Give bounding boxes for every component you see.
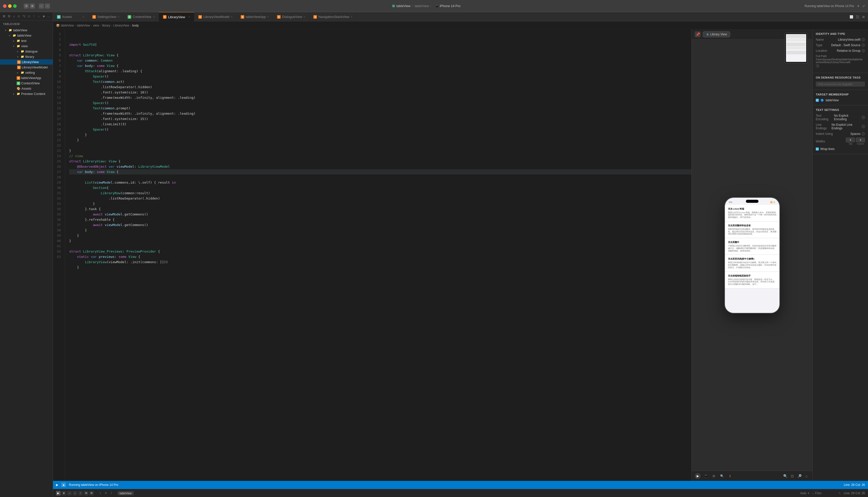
tab-close-content[interactable]: × bbox=[153, 15, 155, 18]
expand-button[interactable]: ⤢ bbox=[863, 4, 865, 8]
search-icon[interactable]: ⌕ bbox=[12, 13, 16, 19]
warning-icon[interactable]: ⚠ bbox=[17, 13, 21, 19]
sidebar-item-libraryviewmodel[interactable]: S LibraryViewModel bbox=[0, 65, 53, 70]
preview-device-btn[interactable]: 📱 bbox=[703, 473, 709, 479]
tab-assets[interactable]: A Assets × bbox=[53, 12, 88, 22]
forward-button[interactable]: → bbox=[45, 3, 50, 9]
breadcrumb-item-body[interactable]: body bbox=[132, 24, 139, 27]
device-chip[interactable]: 📱 iPhone 14 Pro bbox=[433, 3, 462, 8]
sidebar-item-tableview-group[interactable]: ▾ 📁 tableView bbox=[0, 33, 53, 38]
line-endings-info-icon[interactable]: ⓘ bbox=[862, 125, 865, 128]
library-view-button[interactable]: 🖥 Library View bbox=[703, 31, 730, 37]
tab-dialogueview[interactable]: S DialogueView × bbox=[273, 12, 309, 22]
back-button[interactable]: ← bbox=[39, 3, 44, 9]
bottom-pause-btn[interactable]: ⏸ bbox=[62, 491, 66, 496]
tab-close-libraryvm[interactable]: × bbox=[231, 15, 232, 18]
sidebar-item-dialogue[interactable]: ▸ 📁 dialogue bbox=[0, 49, 53, 54]
bottom-play-btn[interactable]: ▶ bbox=[56, 491, 61, 496]
preview-inspect-btn[interactable]: 🔍 bbox=[719, 473, 725, 479]
sidebar-item-assets[interactable]: 🎨 Assets bbox=[0, 86, 53, 91]
down-icon[interactable]: ↓ bbox=[37, 13, 41, 19]
scheme-label[interactable]: tableView bbox=[118, 491, 134, 495]
tab-close-assets[interactable]: × bbox=[83, 15, 84, 18]
add-button[interactable]: + bbox=[857, 4, 859, 8]
bottom-step-out-btn[interactable]: ↑ bbox=[78, 491, 83, 496]
bookmark-icon[interactable]: ◈ bbox=[42, 13, 46, 19]
tab-navigationstack[interactable]: S NavigationStackView × bbox=[309, 12, 356, 22]
bottom-step-in-btn[interactable]: ↓ bbox=[73, 491, 77, 496]
sidebar-item-contentview[interactable]: S ContentView bbox=[0, 81, 53, 86]
fullscreen-button[interactable] bbox=[13, 4, 17, 8]
checkbox-checked[interactable]: ✓ bbox=[816, 99, 819, 102]
indent-using-info-icon[interactable]: ⓘ bbox=[862, 132, 865, 136]
breadcrumb-item[interactable]: 📦 bbox=[56, 24, 60, 27]
code-content[interactable]: import SwiftUI struct LibraryRow: View {… bbox=[65, 29, 691, 481]
debug-icon3[interactable]: ⤴ bbox=[109, 491, 114, 496]
preview-grid-btn[interactable]: ⊞ bbox=[711, 473, 717, 479]
bottom-continue-btn[interactable]: ⟳ bbox=[89, 491, 94, 496]
sidebar-item-library[interactable]: ▾ 📁 library bbox=[0, 54, 53, 59]
breadcrumb-item-tableview2[interactable]: tableView bbox=[77, 24, 90, 27]
breadcrumb-item-libraryview[interactable]: LibraryView bbox=[113, 24, 129, 27]
zoom-out-btn[interactable]: 🔍 bbox=[782, 473, 788, 479]
tab-settingsview[interactable]: S SettingsView × bbox=[88, 12, 124, 22]
target-checkbox-row[interactable]: ✓ 🔷 tableView bbox=[816, 99, 865, 102]
filter-input[interactable] bbox=[815, 492, 835, 495]
zoom-fit-btn[interactable]: ⊡ bbox=[789, 473, 795, 479]
location-info-icon[interactable]: ⓘ bbox=[862, 49, 865, 53]
sidebar-toggle[interactable]: ☰ bbox=[24, 3, 29, 9]
breadcrumb-item-library[interactable]: library bbox=[102, 24, 111, 27]
close-button[interactable] bbox=[3, 4, 6, 8]
tab-libraryviewmodel[interactable]: S LibraryViewModel × bbox=[194, 12, 237, 22]
tab-close-settings[interactable]: × bbox=[118, 15, 119, 18]
sidebar-item-tableview-root[interactable]: ▾ 📁 tableView bbox=[0, 28, 53, 33]
tab-contentview[interactable]: S ContentView × bbox=[124, 12, 159, 22]
tab-split-left[interactable]: ⬜ bbox=[849, 14, 854, 19]
issue-icon[interactable]: ⚠ bbox=[838, 492, 841, 495]
tab-width-input[interactable] bbox=[846, 138, 855, 142]
sidebar-item-preview-content[interactable]: ▸ 📁 Preview Content bbox=[0, 91, 53, 97]
sidebar-item-setting[interactable]: ▸ 📁 setting bbox=[0, 70, 53, 75]
bottom-step-back-btn[interactable]: ⟲ bbox=[84, 491, 88, 496]
zoom-reset-btn[interactable]: ⌂ bbox=[804, 473, 809, 479]
auto-select[interactable]: Auto ▾ bbox=[800, 492, 809, 495]
path-info-icon[interactable]: ⓘ bbox=[816, 64, 819, 68]
diff-icon[interactable]: ⊟ bbox=[7, 13, 11, 19]
tab-libraryview[interactable]: S LibraryView × bbox=[159, 12, 194, 22]
grid-icon[interactable]: ⊞ bbox=[2, 13, 6, 19]
tab-close-app[interactable]: × bbox=[267, 15, 269, 18]
pin-icon[interactable]: 📌 bbox=[695, 31, 701, 37]
diamond-icon[interactable]: ◇ bbox=[27, 13, 31, 19]
bottom-step-btn[interactable]: → bbox=[67, 491, 72, 496]
tab-tableviewapp[interactable]: S tableViewApp × bbox=[237, 12, 273, 22]
tab-close-dialogue[interactable]: × bbox=[304, 15, 305, 18]
tab-split-right[interactable]: ⬛ bbox=[855, 14, 860, 19]
tab-close-nav[interactable]: × bbox=[351, 15, 352, 18]
layout-toggle[interactable]: ⊞ bbox=[30, 3, 35, 9]
breadcrumb-item-tableview[interactable]: tableView bbox=[61, 24, 74, 27]
indent-width-input[interactable] bbox=[856, 138, 865, 142]
up-icon[interactable]: ↑ bbox=[32, 13, 36, 19]
preview-play-btn[interactable]: ▶ bbox=[695, 473, 701, 479]
tab-close-library[interactable]: × bbox=[189, 16, 190, 18]
debug-icon1[interactable]: ⤵ bbox=[98, 491, 102, 496]
name-info-icon[interactable]: ⓘ bbox=[862, 38, 865, 41]
more-icon[interactable]: … bbox=[47, 13, 51, 19]
git-icon[interactable]: ⌥ bbox=[22, 13, 26, 19]
type-info-icon[interactable]: ⓘ bbox=[862, 43, 865, 47]
play-btn[interactable]: ▶ bbox=[56, 483, 58, 487]
code-editor[interactable]: 1 2 3 4 5 6 7 8 9 10 11 12 13 14 15 16 1… bbox=[53, 29, 691, 481]
breadcrumb-item-view[interactable]: view bbox=[93, 24, 99, 27]
sidebar-item-test[interactable]: ▸ 📁 test bbox=[0, 38, 53, 43]
tab-grid[interactable]: ⊞ bbox=[861, 14, 866, 19]
zoom-in-btn[interactable]: 🔎 bbox=[796, 473, 803, 479]
stop-btn[interactable]: ■ bbox=[61, 483, 66, 487]
debug-icon2[interactable]: ↺ bbox=[103, 491, 108, 496]
encoding-info-icon[interactable]: ⓘ bbox=[862, 116, 865, 119]
on-demand-input[interactable]: Only resources are taggable bbox=[816, 82, 865, 87]
sidebar-item-libraryview[interactable]: S LibraryView bbox=[0, 59, 53, 65]
wrap-lines-checkbox[interactable]: ✓ bbox=[816, 147, 819, 151]
minimize-button[interactable] bbox=[8, 4, 12, 8]
sidebar-item-view[interactable]: ▾ 📁 view bbox=[0, 43, 53, 49]
preview-info-btn[interactable]: ℹ bbox=[727, 473, 733, 479]
